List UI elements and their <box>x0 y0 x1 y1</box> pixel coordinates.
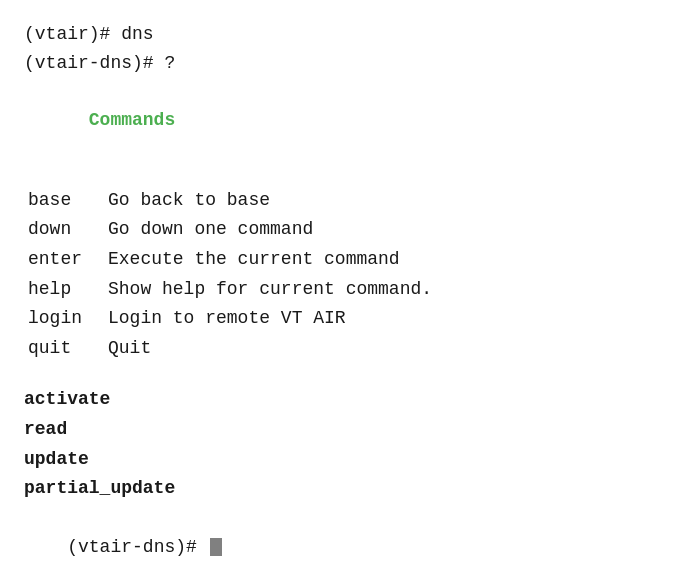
cmd-desc: Show help for current command. <box>108 275 432 305</box>
list-item: update <box>24 445 662 475</box>
cmd-name: down <box>28 215 108 245</box>
cmd-desc: Go back to base <box>108 186 270 216</box>
commands-label: Commands <box>89 110 175 130</box>
cmd-name: quit <box>28 334 108 364</box>
line-1: (vtair)# dns <box>24 20 662 49</box>
table-row: loginLogin to remote VT AIR <box>28 304 662 334</box>
cmd-desc: Go down one command <box>108 215 313 245</box>
terminal-window: (vtair)# dns (vtair-dns)# ? Commands bas… <box>24 20 662 570</box>
cmd-name: help <box>28 275 108 305</box>
final-prompt: (vtair-dns)# <box>24 504 662 570</box>
cmd-desc: Execute the current command <box>108 245 400 275</box>
list-item: activate <box>24 385 662 415</box>
cmd-desc: Login to remote VT AIR <box>108 304 346 334</box>
commands-table: baseGo back to basedownGo down one comma… <box>28 186 662 364</box>
cmd-desc: Quit <box>108 334 151 364</box>
table-row: enterExecute the current command <box>28 245 662 275</box>
cmd-name: base <box>28 186 108 216</box>
prompt-text: (vtair-dns)# <box>67 537 207 557</box>
cmd-name: enter <box>28 245 108 275</box>
spacer-2 <box>24 364 662 386</box>
table-row: helpShow help for current command. <box>28 275 662 305</box>
table-row: downGo down one command <box>28 215 662 245</box>
line-2: (vtair-dns)# ? <box>24 49 662 78</box>
cmd-name: login <box>28 304 108 334</box>
table-row: baseGo back to base <box>28 186 662 216</box>
spacer-1 <box>24 164 662 186</box>
table-row: quitQuit <box>28 334 662 364</box>
commands-heading: Commands <box>24 78 662 164</box>
cursor <box>210 538 222 556</box>
list-item: partial_update <box>24 474 662 504</box>
bold-commands-section: activatereadupdatepartial_update <box>24 385 662 504</box>
list-item: read <box>24 415 662 445</box>
